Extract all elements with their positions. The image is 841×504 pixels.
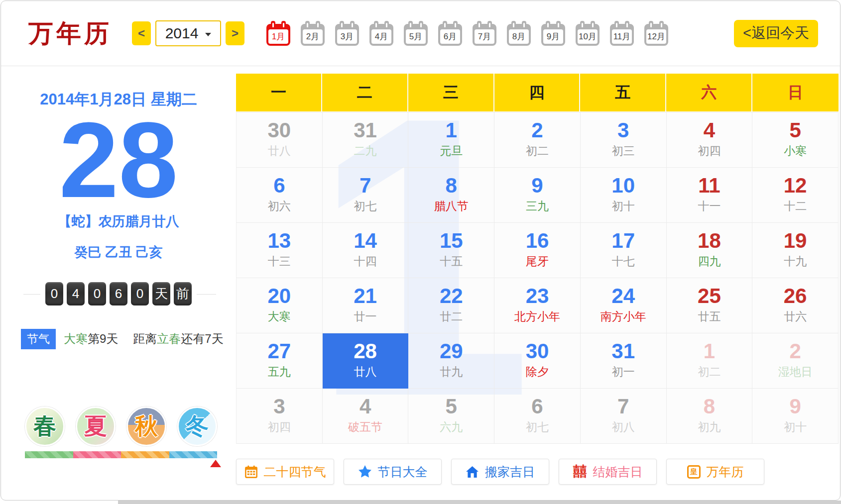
cell-lunar-label: 十七 bbox=[581, 254, 666, 269]
calendar-cell[interactable]: 30除夕 bbox=[494, 333, 581, 389]
calendar-panel: 一二三四五六日 1 30廿八31二九1元旦2初二3初三4初四5小寒6初六7初七8… bbox=[236, 66, 839, 485]
calendar-cell[interactable]: 9三九 bbox=[494, 168, 581, 223]
chevron-down-icon bbox=[205, 33, 211, 36]
calendar-cell[interactable]: 29廿九 bbox=[408, 333, 494, 389]
calendar-ring-icon bbox=[625, 21, 629, 29]
month-tab-label: 12月 bbox=[646, 29, 666, 44]
calendar-cell[interactable]: 30廿八 bbox=[237, 112, 323, 168]
calendar-cell[interactable]: 18四九 bbox=[667, 223, 753, 278]
wannianli-button[interactable]: 皇万年历 bbox=[666, 459, 764, 485]
cell-day-number: 2 bbox=[494, 119, 580, 142]
calendar-cell[interactable]: 8初九 bbox=[667, 389, 753, 444]
month-tab-1月[interactable]: 1月 bbox=[266, 21, 290, 46]
calendar-cell[interactable]: 11十一 bbox=[667, 168, 753, 223]
calendar-cell[interactable]: 23北方小年 bbox=[494, 278, 581, 333]
calendar-cell[interactable]: 9初十 bbox=[752, 389, 839, 444]
month-tab-label: 3月 bbox=[337, 29, 357, 44]
season-icon-winter[interactable]: 冬 bbox=[177, 406, 217, 446]
season-icon-spring[interactable]: 春 bbox=[25, 406, 65, 446]
cell-lunar-label: 北方小年 bbox=[494, 309, 580, 324]
calendar-cell[interactable]: 4破五节 bbox=[323, 389, 409, 444]
calendar-cell[interactable]: 31初一 bbox=[581, 333, 667, 389]
month-tab-label: 5月 bbox=[406, 29, 426, 44]
calendar-cell[interactable]: 4初四 bbox=[667, 112, 753, 168]
calendar-cell[interactable]: 24南方小年 bbox=[581, 278, 667, 333]
next-year-button[interactable]: > bbox=[226, 21, 244, 45]
calendar-cell[interactable]: 22廿二 bbox=[408, 278, 494, 333]
calendar-cell[interactable]: 3初四 bbox=[237, 389, 323, 444]
year-select[interactable]: 2014 bbox=[155, 20, 221, 46]
calendar-app-window: 万年历 < 2014 > 1月2月3月4月5月6月7月8月9月10月11月12月… bbox=[0, 0, 841, 501]
calendar-cell[interactable]: 27五九 bbox=[237, 333, 323, 389]
calendar-cell[interactable]: 20大寒 bbox=[237, 278, 323, 333]
calendar-cell[interactable]: 1初二 bbox=[667, 333, 753, 389]
moving-button[interactable]: 搬家吉日 bbox=[451, 459, 549, 485]
calendar-cell[interactable]: 25廿五 bbox=[667, 278, 753, 333]
calendar-cell[interactable]: 19十九 bbox=[752, 223, 839, 278]
calendar-cell[interactable]: 21廿一 bbox=[323, 278, 409, 333]
calendar-cell[interactable]: 12十二 bbox=[752, 168, 839, 223]
solar-term-row: 节气 大寒第9天距离立春还有7天 bbox=[1, 329, 236, 349]
ganzhi-line: 癸巳 乙丑 己亥 bbox=[1, 243, 236, 261]
calendar-ring-icon bbox=[477, 21, 481, 29]
cell-lunar-label: 十五 bbox=[408, 254, 494, 269]
cell-day-number: 25 bbox=[667, 285, 752, 307]
cell-day-number: 8 bbox=[667, 395, 752, 418]
cell-day-number: 27 bbox=[237, 340, 322, 363]
cell-day-number: 13 bbox=[237, 229, 322, 252]
cell-day-number: 23 bbox=[494, 285, 580, 307]
season-icon-autumn[interactable]: 秋 bbox=[126, 406, 166, 446]
month-tab-9月[interactable]: 9月 bbox=[541, 21, 565, 46]
calendar-cell[interactable]: 26廿六 bbox=[752, 278, 839, 333]
jieqi24-button[interactable]: 二十四节气 bbox=[236, 459, 334, 485]
calendar-cell-selected[interactable]: 28廿八 bbox=[323, 333, 409, 389]
calendar-cell[interactable]: 14十四 bbox=[323, 223, 409, 278]
calendar-cell[interactable]: 31二九 bbox=[323, 112, 409, 168]
cell-day-number: 24 bbox=[581, 285, 666, 307]
calendar-cell[interactable]: 1元旦 bbox=[408, 112, 494, 168]
month-tab-4月[interactable]: 4月 bbox=[369, 21, 393, 46]
month-tab-12月[interactable]: 12月 bbox=[644, 21, 668, 46]
calendar-cell[interactable]: 6初七 bbox=[494, 389, 581, 444]
wedding-button[interactable]: 囍结婚吉日 bbox=[559, 459, 657, 485]
cell-lunar-label: 小寒 bbox=[752, 143, 838, 159]
calendar-cell[interactable]: 6初六 bbox=[237, 168, 323, 223]
month-tab-7月[interactable]: 7月 bbox=[473, 21, 496, 46]
calendar-cell[interactable]: 5六九 bbox=[408, 389, 494, 444]
month-tab-2月[interactable]: 2月 bbox=[301, 21, 325, 46]
calendar-cell[interactable]: 10初十 bbox=[581, 168, 667, 223]
cell-lunar-label: 初四 bbox=[237, 419, 322, 435]
season-icon-summer[interactable]: 夏 bbox=[76, 406, 116, 446]
month-tab-8月[interactable]: 8月 bbox=[507, 21, 531, 46]
calendar-cell[interactable]: 2湿地日 bbox=[752, 333, 839, 389]
countdown-tile: 前 bbox=[174, 282, 192, 305]
calendar-cell[interactable]: 3初三 bbox=[581, 112, 667, 168]
cell-day-number: 22 bbox=[408, 285, 494, 307]
month-tab-10月[interactable]: 10月 bbox=[576, 21, 600, 46]
festivals-button[interactable]: 节日大全 bbox=[344, 459, 442, 485]
cell-lunar-label: 六九 bbox=[408, 419, 494, 435]
cell-day-number: 31 bbox=[581, 340, 666, 363]
calendar-cell[interactable]: 16尾牙 bbox=[494, 223, 581, 278]
month-tab-label: 2月 bbox=[303, 29, 323, 44]
calendar-ring-icon bbox=[556, 21, 561, 29]
prev-year-button[interactable]: < bbox=[132, 21, 151, 45]
back-to-today-button[interactable]: <返回今天 bbox=[734, 20, 818, 47]
calendar-cell[interactable]: 15十五 bbox=[408, 223, 494, 278]
calendar-cell[interactable]: 5小寒 bbox=[752, 112, 839, 168]
left-panel: 2014年1月28日 星期二 28 【蛇】农历腊月廿八 癸巳 乙丑 己亥 040… bbox=[1, 66, 236, 485]
calendar-cell[interactable]: 7初八 bbox=[581, 389, 667, 444]
cell-lunar-label: 二九 bbox=[323, 143, 408, 159]
month-tab-3月[interactable]: 3月 bbox=[335, 21, 359, 46]
month-tab-5月[interactable]: 5月 bbox=[404, 21, 428, 46]
month-tab-6月[interactable]: 6月 bbox=[438, 21, 462, 46]
calendar-cell[interactable]: 13十三 bbox=[237, 223, 323, 278]
calendar-cell[interactable]: 2初二 bbox=[494, 112, 581, 168]
calendar-cell[interactable]: 17十七 bbox=[581, 223, 667, 278]
month-tab-11月[interactable]: 11月 bbox=[610, 21, 634, 46]
calendar-cell[interactable]: 8腊八节 bbox=[408, 168, 494, 223]
month-tab-label: 7月 bbox=[475, 29, 494, 44]
cell-day-number: 18 bbox=[667, 229, 752, 252]
cell-day-number: 4 bbox=[667, 119, 752, 142]
calendar-cell[interactable]: 7初七 bbox=[323, 168, 409, 223]
